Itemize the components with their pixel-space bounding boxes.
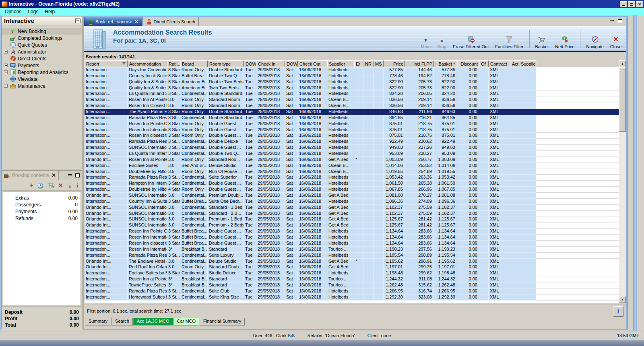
table-row[interactable]: Internation...La Quinta Inn and Su...3 S… <box>85 91 619 97</box>
list-item[interactable]: Extras 0.00 <box>3 194 80 201</box>
sidebar-item-new-booking[interactable]: New Booking <box>2 28 82 35</box>
table-row[interactable]: Internation...Homewood Suites Int...3 St… <box>85 295 619 301</box>
list-item[interactable]: Refunds 0.00 <box>3 215 80 222</box>
table-row[interactable]: Internation...Ramada Plaza Resort...3 St… <box>85 115 619 121</box>
table-row[interactable]: Internation...Rosen Inn International3 S… <box>85 127 619 133</box>
table-row[interactable]: Internation...Days Inn Convention...3 St… <box>85 67 619 73</box>
table-row[interactable]: Internation...Rosen Inn at Pointe ...3*B… <box>85 276 619 282</box>
table-row[interactable]: Orlando Int...Red Roof Inn Orland...3.0R… <box>85 264 619 270</box>
sidebar-item-viewdata[interactable]: Viewdata <box>2 76 82 82</box>
sidebar-item-payments[interactable]: $ Payments <box>2 62 82 69</box>
table-row[interactable]: Internation...Doubletree by Hilton ...4 … <box>85 187 619 193</box>
erase-filtered-out-button[interactable]: Erase Filtered Out <box>450 28 491 50</box>
info-icon[interactable]: i <box>76 183 78 188</box>
tab-summary[interactable]: Summary <box>85 318 111 325</box>
table-row[interactable]: Internation...Rosen Inn Pointe Orl...3 S… <box>85 121 619 127</box>
table-row[interactable]: Internation...TownePlace Suites O...3*Br… <box>85 282 619 288</box>
table-row[interactable]: Orlando Int...SUNSOL Internationa...3.0C… <box>85 211 619 217</box>
expand-icon[interactable] <box>4 84 8 88</box>
close-panel-icon[interactable]: ✕ <box>52 172 56 178</box>
panel-minimize-icon[interactable] <box>68 174 72 175</box>
column-header-ms[interactable]: MS <box>374 60 384 67</box>
table-row[interactable]: Internation...Country Inn & Suites...3 S… <box>85 73 619 79</box>
add-icon[interactable]: + <box>29 183 33 188</box>
table-row[interactable]: Internation...Ramada Plaza Resort...3 St… <box>85 139 619 145</box>
column-header-check-in[interactable]: Check In <box>256 60 285 67</box>
column-header-basket[interactable]: Basket▼ <box>434 60 457 67</box>
column-header-board[interactable]: Board <box>180 60 208 67</box>
expand-icon[interactable] <box>4 50 8 54</box>
column-header-discount[interactable]: Discount <box>457 60 479 67</box>
refresh-clock-icon[interactable] <box>37 182 43 189</box>
collapse-panel-icon[interactable] <box>75 19 80 23</box>
table-row[interactable]: Internation...Rosen Inn At Pointe ...3.0… <box>85 97 619 103</box>
column-header-er[interactable]: Er <box>354 60 363 67</box>
tab-booking-ref[interactable]: Book. ref.: <none> ✕ <box>84 17 142 26</box>
table-row[interactable]: Internation...The Avanti Palms Re...3 St… <box>85 109 619 115</box>
basket-button[interactable]: Basket <box>533 28 551 50</box>
mdi-maximize-icon[interactable] <box>618 19 622 23</box>
list-item[interactable]: Passengers 0 <box>3 201 80 208</box>
column-header-check-out[interactable]: Check Out <box>298 60 327 67</box>
column-header-resort[interactable]: Resort <box>85 60 128 67</box>
table-row[interactable]: Internation...Ramada Plaza Resort...3 St… <box>85 253 619 259</box>
table-row[interactable]: Internation...Ramada Plaza Resort...3 St… <box>85 175 619 181</box>
sidebar-item-reporting[interactable]: Reporting and Analytics <box>2 69 82 76</box>
table-row[interactable]: Internation...Rosen Inn International3*B… <box>85 247 619 253</box>
list-item[interactable]: Payments 0.00 <box>3 208 80 215</box>
table-row[interactable]: Internation...Hampton Inn Interna...3 St… <box>85 181 619 187</box>
scrollbar-thumb[interactable] <box>619 67 626 132</box>
column-header-nr[interactable]: NR <box>363 60 374 67</box>
table-row[interactable]: Internation...Country Inn & Suites...3 S… <box>85 199 619 205</box>
table-row[interactable]: Orlando Int...SUNSOL Internationa...3.0C… <box>85 193 619 199</box>
cart-add-icon[interactable] <box>47 182 54 188</box>
tab-search[interactable]: Search <box>111 318 133 325</box>
sidebar-item-completed-bookings[interactable]: $ Completed Bookings <box>2 35 82 41</box>
table-row[interactable]: Internation...Doubletree by Hilton ...3.… <box>85 169 619 175</box>
sidebar-item-quick-quotes[interactable]: Quick Quotes <box>2 41 82 48</box>
minimize-button[interactable] <box>620 1 627 7</box>
column-header-rati-[interactable]: Rati... <box>167 60 180 67</box>
table-row[interactable]: Internation...Quality Inn & Suites3 Star… <box>85 85 619 91</box>
column-header-supplier[interactable]: Supplier <box>327 60 354 67</box>
table-row[interactable]: Orlando Int...SUNSOL Internationa...3.0C… <box>85 222 619 229</box>
table-row[interactable]: Orlando Int...SUNSOL Internationa...3.0C… <box>85 205 619 211</box>
mdi-minimize-icon[interactable] <box>610 20 614 21</box>
close-results-button[interactable]: ✕ Close <box>608 28 624 50</box>
table-row[interactable]: Internation...Rosen Inn closest to ...3 … <box>85 241 619 247</box>
sidebar-item-administrator[interactable]: Administrator <box>2 48 82 55</box>
restore-button[interactable] <box>628 1 635 7</box>
table-row[interactable]: Internation...Enclave Suites by Sk...3 S… <box>85 270 619 276</box>
column-header-accommodation[interactable]: Accommodation <box>128 60 167 67</box>
column-header-act-supplier[interactable]: Act. Supplier <box>510 60 536 67</box>
sidebar-item-direct-clients[interactable]: Direct Clients <box>2 55 82 62</box>
table-row[interactable]: Orlando Int...The Enclave Hotel & ...3.0… <box>85 259 619 265</box>
table-row[interactable]: Orlando Int...Rosen Inn at Pointe ...3.0… <box>85 157 619 163</box>
panel-maximize-icon[interactable] <box>75 173 80 177</box>
tab-financial-summary[interactable]: Financial Summary <box>200 318 245 325</box>
booking-contents-tab[interactable]: Booking contents ✕ <box>2 171 59 180</box>
tab-direct-clients-search[interactable]: Direct Clients Search <box>143 17 199 26</box>
palm-tree-icon[interactable] <box>67 182 73 188</box>
expand-icon[interactable] <box>4 64 8 67</box>
filter-funnel-icon[interactable] <box>122 62 126 66</box>
column-header-of[interactable]: Of <box>479 60 489 67</box>
tab-close-icon[interactable]: ✕ <box>135 19 139 25</box>
column-header-price[interactable]: Price <box>384 60 405 67</box>
nett-price-button[interactable]: $ Nett Price <box>553 28 577 50</box>
menu-options[interactable]: Options <box>2 8 25 15</box>
menu-help[interactable]: Help <box>41 8 58 15</box>
close-button[interactable]: × <box>636 1 643 7</box>
table-row[interactable]: Internation...Enclave Suites3.0Bed And B… <box>85 163 619 169</box>
table-row[interactable]: Internation...Rosen Inn Closest to...3.5… <box>85 103 619 109</box>
table-row[interactable]: Internation...Rosen Inn Pointe Orl...3 S… <box>85 229 619 235</box>
expand-icon[interactable] <box>4 70 8 74</box>
column-header-dow[interactable]: DOW <box>244 60 256 67</box>
scroll-down-icon[interactable]: ▼ <box>619 296 626 303</box>
table-row[interactable]: Internation...Rosen Inn International3 S… <box>85 235 619 241</box>
column-header-incl-fl-pp[interactable]: Incl.Fl.PP <box>405 60 434 67</box>
table-row[interactable]: Internation...Ramada Plaza Resort...3 St… <box>85 288 619 295</box>
facilities-filter-button[interactable]: Facilities Filter <box>493 28 526 50</box>
table-row[interactable]: Internation...Quality Inn & Suites3 Star… <box>85 79 619 85</box>
scroll-up-icon[interactable]: ▲ <box>619 60 626 67</box>
